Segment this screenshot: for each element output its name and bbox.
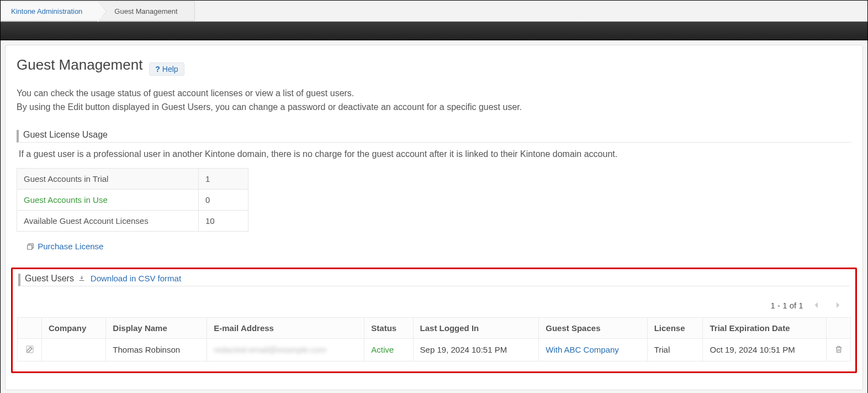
download-csv-link[interactable]: Download in CSV format xyxy=(91,274,181,283)
section-heading-usage: Guest License Usage xyxy=(17,130,851,143)
usage-row-in-use: Guest Accounts in Use 0 xyxy=(17,189,248,210)
help-label: Help xyxy=(162,65,178,74)
purchase-license-link[interactable]: Purchase License xyxy=(38,242,103,251)
col-edit xyxy=(18,317,42,338)
pager-text: 1 - 1 of 1 xyxy=(770,301,803,310)
lead-line-1: You can check the usage status of guest … xyxy=(17,87,851,101)
svg-rect-1 xyxy=(28,245,32,249)
delete-button[interactable] xyxy=(834,344,844,354)
pager-next-button[interactable] xyxy=(833,301,845,312)
guest-users-table: Company Display Name E-mail Address Stat… xyxy=(17,317,851,361)
usage-value-trial: 1 xyxy=(199,168,248,189)
usage-label-in-use: Guest Accounts in Use xyxy=(17,189,199,210)
col-trial-exp: Trial Expiration Date xyxy=(703,317,827,338)
usage-row-available: Available Guest Account Licenses 10 xyxy=(17,210,248,231)
usage-value-available: 10 xyxy=(199,210,248,231)
usage-note: If a guest user is a professional user i… xyxy=(19,149,851,159)
usage-label-trial: Guest Accounts in Trial xyxy=(17,168,199,189)
col-status: Status xyxy=(364,317,413,338)
cell-guest-spaces: With ABC Company xyxy=(539,338,647,361)
cell-last-login: Sep 19, 2024 10:51 PM xyxy=(413,338,539,361)
section-heading-users: Guest Users Download in CSV format xyxy=(18,274,850,286)
usage-row-trial: Guest Accounts in Trial 1 xyxy=(17,168,248,189)
svg-rect-2 xyxy=(27,346,33,353)
main-panel: Guest Management ? Help You can check th… xyxy=(5,45,863,390)
purchase-license-row: Purchase License xyxy=(27,242,851,251)
pager: 1 - 1 of 1 xyxy=(17,293,851,317)
pager-prev-button[interactable] xyxy=(812,301,824,312)
help-button[interactable]: ? Help xyxy=(149,62,184,76)
section-heading-usage-label: Guest License Usage xyxy=(23,130,108,139)
cell-status: Active xyxy=(364,338,413,361)
breadcrumb-item-admin[interactable]: Kintone Administration xyxy=(1,1,98,21)
lead-line-2: By using the Edit button displayed in Gu… xyxy=(17,101,851,114)
edit-button[interactable] xyxy=(25,344,35,354)
col-last-login: Last Logged In xyxy=(413,317,539,338)
toolbar-dark xyxy=(1,22,867,40)
cell-license: Trial xyxy=(647,338,703,361)
col-company: Company xyxy=(42,317,106,338)
usage-label-available: Available Guest Account Licenses xyxy=(17,210,199,231)
page-description: You can check the usage status of guest … xyxy=(17,87,851,114)
breadcrumb-link-admin[interactable]: Kintone Administration xyxy=(11,7,82,15)
col-license: License xyxy=(647,317,703,338)
table-header-row: Company Display Name E-mail Address Stat… xyxy=(18,317,851,338)
usage-value-in-use: 0 xyxy=(199,189,248,210)
table-row: Thomas Robinson redacted-email@example.c… xyxy=(18,338,851,361)
col-display-name: Display Name xyxy=(106,317,207,338)
breadcrumb-current-label: Guest Management xyxy=(114,7,177,15)
guest-users-highlight-region: Guest Users Download in CSV format 1 - 1… xyxy=(11,268,857,373)
col-email: E-mail Address xyxy=(207,317,364,338)
cell-display-name: Thomas Robinson xyxy=(106,338,207,361)
col-guest-spaces: Guest Spaces xyxy=(539,317,647,338)
breadcrumb: Kintone Administration Guest Management xyxy=(1,1,867,22)
guest-space-link[interactable]: With ABC Company xyxy=(546,345,619,354)
cell-trial-exp: Oct 19, 2024 10:51 PM xyxy=(703,338,827,361)
breadcrumb-item-current: Guest Management xyxy=(98,1,194,21)
cell-company xyxy=(42,338,106,361)
usage-table: Guest Accounts in Trial 1 Guest Accounts… xyxy=(17,168,248,232)
external-link-icon xyxy=(27,242,36,251)
cell-email: redacted-email@example.com xyxy=(207,338,364,361)
help-icon: ? xyxy=(155,65,160,74)
page-title: Guest Management xyxy=(17,56,142,74)
download-icon xyxy=(78,274,87,283)
col-delete xyxy=(827,317,851,338)
section-heading-users-label: Guest Users xyxy=(25,274,74,283)
